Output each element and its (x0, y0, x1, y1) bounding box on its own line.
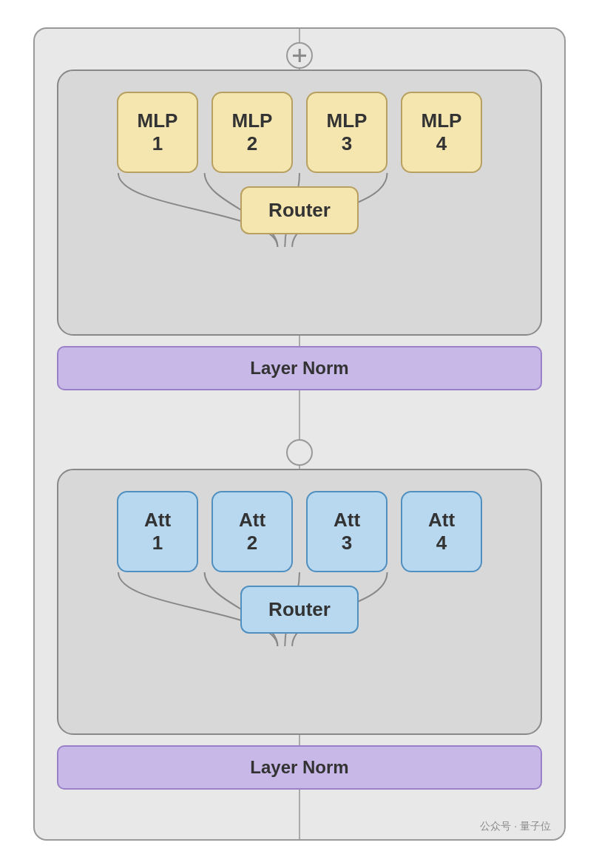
add-circle-mid (286, 439, 313, 466)
att-box-2: Att 2 (211, 491, 293, 572)
router-box-bottom: Router (240, 586, 359, 634)
mlp-inner-box: MLP 1 MLP 2 MLP 3 MLP 4 Router (57, 69, 542, 336)
mlp-box-1: MLP 1 (117, 92, 198, 173)
layer-norm-top: Layer Norm (57, 346, 542, 390)
router-box-top: Router (240, 186, 359, 234)
att-inner-box: Att 1 Att 2 Att 3 Att 4 Router (57, 469, 542, 735)
top-block: MLP 1 MLP 2 MLP 3 MLP 4 Router (57, 69, 542, 410)
att-row: Att 1 Att 2 Att 3 Att 4 (117, 491, 482, 572)
watermark: 公众号 · 量子位 (480, 820, 551, 833)
mlp-row: MLP 1 MLP 2 MLP 3 MLP 4 (117, 92, 482, 173)
bottom-block: Att 1 Att 2 Att 3 Att 4 Router (57, 469, 542, 809)
att-box-4: Att 4 (401, 491, 482, 572)
diagram-container: MLP 1 MLP 2 MLP 3 MLP 4 Router (33, 27, 566, 841)
mlp-box-4: MLP 4 (401, 92, 482, 173)
layer-norm-bottom: Layer Norm (57, 745, 542, 790)
att-box-1: Att 1 (117, 491, 198, 572)
add-circle-top (286, 42, 313, 69)
mlp-box-2: MLP 2 (211, 92, 293, 173)
mlp-box-3: MLP 3 (306, 92, 388, 173)
att-box-3: Att 3 (306, 491, 388, 572)
